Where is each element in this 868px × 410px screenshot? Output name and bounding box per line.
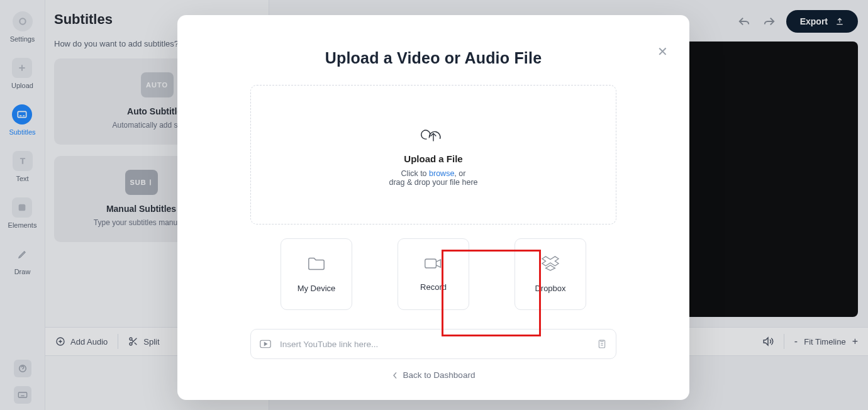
option-dropbox-label: Dropbox: [535, 284, 565, 293]
drop-title: Upload a File: [404, 153, 462, 164]
browse-link[interactable]: browse: [429, 169, 454, 178]
drop-line2: drag & drop your file here: [389, 178, 477, 187]
back-label: Back to Dashboard: [403, 370, 476, 380]
modal-title: Upload a Video or Audio File: [325, 49, 542, 67]
option-my-device-label: My Device: [298, 284, 336, 293]
dropbox-icon: [541, 255, 560, 274]
paste-icon[interactable]: [597, 339, 607, 349]
upload-options: My Device Record Dropbox: [281, 238, 586, 310]
chevron-left-icon: [392, 372, 398, 379]
option-dropbox[interactable]: Dropbox: [515, 238, 586, 310]
dropzone[interactable]: Upload a File Click to browse, or drag &…: [250, 85, 616, 224]
option-record-label: Record: [420, 282, 447, 292]
close-icon[interactable]: ✕: [657, 44, 668, 59]
drop-line1: Click to browse, or: [401, 169, 466, 178]
option-my-device[interactable]: My Device: [281, 238, 352, 310]
youtube-input-box[interactable]: [250, 329, 616, 359]
upload-modal: ✕ Upload a Video or Audio File Upload a …: [177, 15, 689, 400]
back-to-dashboard[interactable]: Back to Dashboard: [392, 370, 476, 380]
youtube-input[interactable]: [280, 340, 588, 349]
play-rect-icon: [260, 340, 271, 348]
cloud-upload-icon: [420, 123, 447, 147]
option-record[interactable]: Record: [398, 238, 469, 310]
folder-icon: [307, 255, 326, 274]
svg-rect-8: [425, 259, 437, 268]
camera-icon: [424, 257, 443, 272]
